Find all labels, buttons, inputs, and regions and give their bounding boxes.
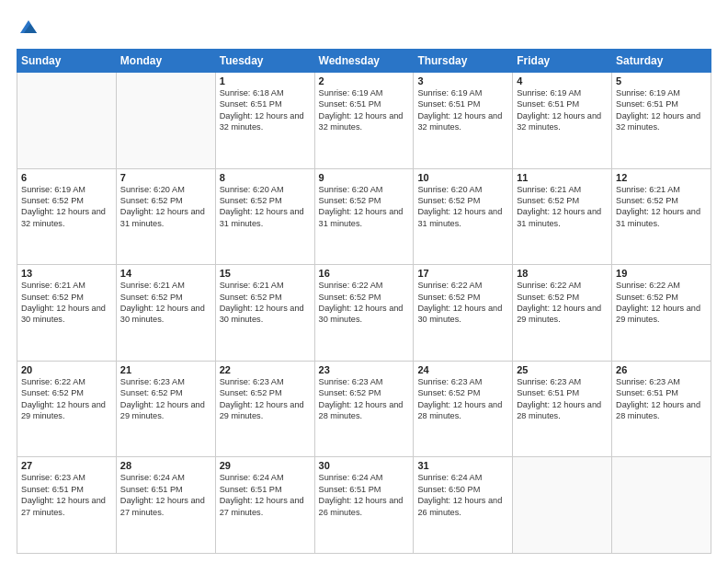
calendar-week-5: 27Sunrise: 6:23 AM Sunset: 6:51 PM Dayli… (17, 457, 711, 554)
calendar-cell: 12Sunrise: 6:21 AM Sunset: 6:52 PM Dayli… (612, 168, 711, 265)
day-info: Sunrise: 6:22 AM Sunset: 6:52 PM Dayligh… (517, 280, 608, 326)
calendar-cell: 3Sunrise: 6:19 AM Sunset: 6:51 PM Daylig… (414, 73, 513, 169)
calendar-cell: 5Sunrise: 6:19 AM Sunset: 6:51 PM Daylig… (612, 73, 711, 169)
calendar-cell: 2Sunrise: 6:19 AM Sunset: 6:51 PM Daylig… (314, 73, 414, 169)
day-number: 12 (616, 172, 707, 183)
day-number: 28 (120, 460, 211, 471)
calendar-cell: 13Sunrise: 6:21 AM Sunset: 6:52 PM Dayli… (17, 265, 117, 362)
day-info: Sunrise: 6:19 AM Sunset: 6:51 PM Dayligh… (417, 87, 508, 133)
calendar-header-saturday: Saturday (612, 50, 711, 73)
day-number: 5 (616, 75, 707, 86)
calendar-week-1: 1Sunrise: 6:18 AM Sunset: 6:51 PM Daylig… (17, 73, 711, 169)
page: SundayMondayTuesdayWednesdayThursdayFrid… (0, 0, 728, 563)
day-info: Sunrise: 6:20 AM Sunset: 6:52 PM Dayligh… (120, 184, 211, 230)
calendar-cell: 29Sunrise: 6:24 AM Sunset: 6:51 PM Dayli… (215, 457, 314, 554)
calendar-cell: 26Sunrise: 6:23 AM Sunset: 6:51 PM Dayli… (612, 361, 711, 457)
day-number: 4 (517, 75, 608, 86)
day-info: Sunrise: 6:23 AM Sunset: 6:52 PM Dayligh… (319, 376, 410, 422)
day-info: Sunrise: 6:21 AM Sunset: 6:52 PM Dayligh… (21, 280, 112, 326)
calendar-cell: 21Sunrise: 6:23 AM Sunset: 6:52 PM Dayli… (116, 361, 215, 457)
day-number: 10 (417, 172, 508, 183)
day-number: 19 (616, 268, 707, 279)
day-info: Sunrise: 6:24 AM Sunset: 6:50 PM Dayligh… (417, 472, 508, 518)
day-info: Sunrise: 6:24 AM Sunset: 6:51 PM Dayligh… (120, 472, 211, 518)
logo-icon (18, 17, 39, 37)
day-number: 14 (120, 268, 211, 279)
day-number: 18 (517, 268, 608, 279)
header (17, 17, 711, 41)
day-number: 26 (616, 364, 707, 375)
calendar-cell: 20Sunrise: 6:22 AM Sunset: 6:52 PM Dayli… (17, 361, 117, 457)
calendar-cell: 11Sunrise: 6:21 AM Sunset: 6:52 PM Dayli… (513, 168, 612, 265)
logo (17, 17, 39, 41)
day-info: Sunrise: 6:23 AM Sunset: 6:52 PM Dayligh… (220, 376, 311, 422)
calendar-header-friday: Friday (513, 50, 612, 73)
day-info: Sunrise: 6:19 AM Sunset: 6:51 PM Dayligh… (517, 87, 608, 133)
calendar-cell (513, 457, 612, 554)
calendar-cell: 4Sunrise: 6:19 AM Sunset: 6:51 PM Daylig… (513, 73, 612, 169)
day-info: Sunrise: 6:23 AM Sunset: 6:51 PM Dayligh… (517, 376, 608, 422)
calendar-cell: 9Sunrise: 6:20 AM Sunset: 6:52 PM Daylig… (314, 168, 414, 265)
day-info: Sunrise: 6:22 AM Sunset: 6:52 PM Dayligh… (21, 376, 112, 422)
day-number: 25 (517, 364, 608, 375)
calendar-table: SundayMondayTuesdayWednesdayThursdayFrid… (17, 49, 711, 554)
calendar-cell: 31Sunrise: 6:24 AM Sunset: 6:50 PM Dayli… (414, 457, 513, 554)
day-number: 8 (220, 172, 311, 183)
calendar-cell: 27Sunrise: 6:23 AM Sunset: 6:51 PM Dayli… (17, 457, 117, 554)
day-info: Sunrise: 6:19 AM Sunset: 6:52 PM Dayligh… (21, 184, 112, 230)
calendar-cell: 16Sunrise: 6:22 AM Sunset: 6:52 PM Dayli… (314, 265, 414, 362)
calendar-week-3: 13Sunrise: 6:21 AM Sunset: 6:52 PM Dayli… (17, 265, 711, 362)
day-number: 1 (220, 75, 311, 86)
calendar-cell: 25Sunrise: 6:23 AM Sunset: 6:51 PM Dayli… (513, 361, 612, 457)
calendar-cell: 30Sunrise: 6:24 AM Sunset: 6:51 PM Dayli… (314, 457, 414, 554)
calendar-cell (17, 73, 117, 169)
day-number: 31 (417, 460, 508, 471)
calendar-header-thursday: Thursday (414, 50, 513, 73)
calendar-cell: 19Sunrise: 6:22 AM Sunset: 6:52 PM Dayli… (612, 265, 711, 362)
day-info: Sunrise: 6:22 AM Sunset: 6:52 PM Dayligh… (417, 280, 508, 326)
calendar-header-row: SundayMondayTuesdayWednesdayThursdayFrid… (17, 50, 711, 73)
day-info: Sunrise: 6:19 AM Sunset: 6:51 PM Dayligh… (616, 87, 707, 133)
calendar-cell: 28Sunrise: 6:24 AM Sunset: 6:51 PM Dayli… (116, 457, 215, 554)
day-number: 27 (21, 460, 112, 471)
day-info: Sunrise: 6:20 AM Sunset: 6:52 PM Dayligh… (319, 184, 410, 230)
calendar-header-sunday: Sunday (17, 50, 117, 73)
calendar-cell: 7Sunrise: 6:20 AM Sunset: 6:52 PM Daylig… (116, 168, 215, 265)
day-number: 13 (21, 268, 112, 279)
calendar-cell: 10Sunrise: 6:20 AM Sunset: 6:52 PM Dayli… (414, 168, 513, 265)
day-info: Sunrise: 6:21 AM Sunset: 6:52 PM Dayligh… (120, 280, 211, 326)
day-number: 22 (220, 364, 311, 375)
calendar-week-2: 6Sunrise: 6:19 AM Sunset: 6:52 PM Daylig… (17, 168, 711, 265)
calendar-cell: 24Sunrise: 6:23 AM Sunset: 6:52 PM Dayli… (414, 361, 513, 457)
calendar-cell: 17Sunrise: 6:22 AM Sunset: 6:52 PM Dayli… (414, 265, 513, 362)
day-number: 17 (417, 268, 508, 279)
day-number: 2 (319, 75, 410, 86)
day-number: 9 (319, 172, 410, 183)
calendar-cell: 18Sunrise: 6:22 AM Sunset: 6:52 PM Dayli… (513, 265, 612, 362)
day-number: 15 (220, 268, 311, 279)
day-number: 30 (319, 460, 410, 471)
day-number: 6 (21, 172, 112, 183)
day-number: 20 (21, 364, 112, 375)
calendar-cell: 23Sunrise: 6:23 AM Sunset: 6:52 PM Dayli… (314, 361, 414, 457)
day-info: Sunrise: 6:18 AM Sunset: 6:51 PM Dayligh… (220, 87, 311, 133)
day-number: 21 (120, 364, 211, 375)
day-number: 7 (120, 172, 211, 183)
day-info: Sunrise: 6:21 AM Sunset: 6:52 PM Dayligh… (616, 184, 707, 230)
day-number: 11 (517, 172, 608, 183)
day-info: Sunrise: 6:23 AM Sunset: 6:52 PM Dayligh… (120, 376, 211, 422)
calendar-cell: 6Sunrise: 6:19 AM Sunset: 6:52 PM Daylig… (17, 168, 117, 265)
day-info: Sunrise: 6:24 AM Sunset: 6:51 PM Dayligh… (220, 472, 311, 518)
calendar-header-tuesday: Tuesday (215, 50, 314, 73)
day-info: Sunrise: 6:23 AM Sunset: 6:51 PM Dayligh… (21, 472, 112, 518)
day-info: Sunrise: 6:19 AM Sunset: 6:51 PM Dayligh… (319, 87, 410, 133)
day-info: Sunrise: 6:23 AM Sunset: 6:51 PM Dayligh… (616, 376, 707, 422)
calendar-cell (116, 73, 215, 169)
day-info: Sunrise: 6:23 AM Sunset: 6:52 PM Dayligh… (417, 376, 508, 422)
day-number: 16 (319, 268, 410, 279)
day-number: 23 (319, 364, 410, 375)
day-info: Sunrise: 6:22 AM Sunset: 6:52 PM Dayligh… (616, 280, 707, 326)
calendar-cell (612, 457, 711, 554)
calendar-cell: 8Sunrise: 6:20 AM Sunset: 6:52 PM Daylig… (215, 168, 314, 265)
day-info: Sunrise: 6:24 AM Sunset: 6:51 PM Dayligh… (319, 472, 410, 518)
